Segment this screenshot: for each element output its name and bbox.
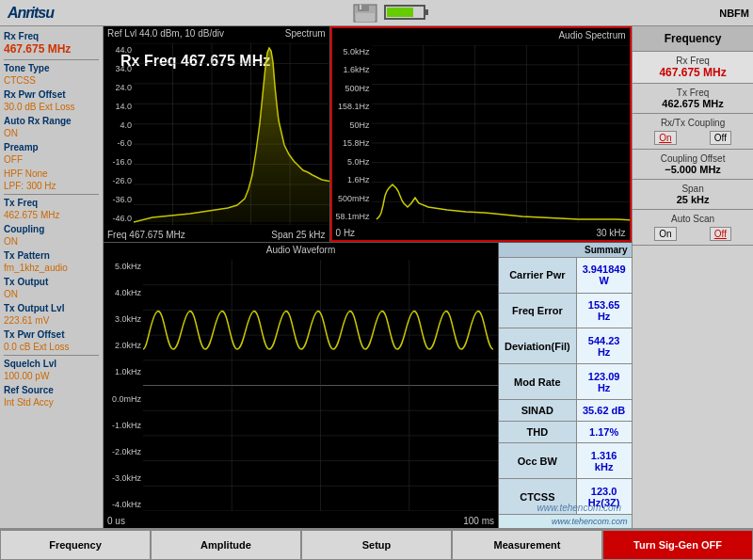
rx-pwr-offset-param: Rx Pwr Offset 30.0 dB Ext Loss: [4, 88, 99, 113]
waveform-x-start: 0 us: [107, 516, 125, 526]
spectrum-title: Spectrum: [285, 28, 326, 39]
table-row: Freq Error 153.65 Hz: [499, 293, 632, 328]
audio-spectrum-y-axis: 5.0kHz 1.6kHz 500Hz 158.1Hz 50Hz 15.8Hz …: [332, 45, 372, 223]
tx-freq-param: Tx Freq 462.675 MHz: [4, 197, 99, 221]
table-row: THD 1.17%: [499, 422, 632, 443]
summary-value-deviation: 544.23 Hz: [576, 328, 631, 364]
spectrum-svg: [134, 43, 329, 225]
right-coupling-offset-label: Coupling Offset: [638, 153, 748, 164]
spectrum-ref-label: Ref Lvl 44.0 dBm, 10 dB/div: [107, 28, 224, 39]
svg-rect-3: [356, 13, 375, 22]
right-tx-freq-value: 462.675 MHz: [638, 98, 748, 109]
tab-amplitude[interactable]: Amplitude: [151, 530, 301, 560]
spectrum-y-axis: 44.0 34.0 24.0 14.0 4.0 -6.0 -16.0 -26.0…: [104, 43, 134, 225]
summary-name-freq-error: Freq Error: [499, 293, 576, 328]
summary-value-occ-bw: 1.316 kHz: [576, 443, 631, 479]
nbfm-label: NBFM: [719, 8, 749, 19]
tone-type-param: Tone Type CTCSS: [4, 62, 99, 87]
right-section-coupling-offset[interactable]: Coupling Offset −5.000 MHz: [633, 150, 753, 180]
right-frequency-title: Frequency: [665, 32, 722, 45]
table-row: Deviation(Fil) 544.23 Hz: [499, 328, 632, 364]
right-section-tx-freq[interactable]: Tx Freq 462.675 MHz: [633, 84, 753, 114]
right-section-rx-freq[interactable]: Rx Freq 467.675 MHz: [633, 52, 753, 84]
summary-value-mod-rate: 123.09 Hz: [576, 364, 631, 400]
top-bar-center: [61, 3, 719, 24]
center-area: Ref Lvl 44.0 dBm, 10 dB/div Spectrum Rx …: [104, 26, 632, 528]
summary-value-sinad: 35.62 dB: [576, 400, 631, 422]
spectrum-chart: Ref Lvl 44.0 dBm, 10 dB/div Spectrum Rx …: [104, 26, 330, 242]
right-coupling-label: Rx/Tx Coupling: [638, 118, 748, 128]
auto-scan-btn-row: On Off: [638, 227, 748, 241]
left-panel: Rx Freq 467.675 MHz Tone Type CTCSS Rx P…: [0, 26, 104, 528]
auto-scan-off-button[interactable]: Off: [710, 227, 731, 241]
save-icon[interactable]: [352, 3, 378, 24]
svg-rect-6: [387, 8, 413, 17]
right-rx-freq-label: Rx Freq: [638, 56, 748, 66]
coupling-on-button[interactable]: On: [654, 131, 676, 145]
waveform-chart: Audio Waveform 5.0kHz 4.0kHz 3.0kHz 2.0k…: [104, 243, 499, 528]
svg-marker-21: [134, 48, 329, 222]
bottom-tabs: Frequency Amplitude Setup Measurement Tu…: [0, 528, 753, 560]
audio-spectrum-chart: Audio Spectrum 5.0kHz 1.6kHz 500Hz 158.1…: [330, 26, 632, 242]
tx-pattern-param: Tx Pattern fm_1khz_audio: [4, 249, 99, 274]
table-row: Occ BW 1.316 kHz: [499, 443, 632, 479]
spectrum-freq-label: Freq 467.675 MHz: [107, 230, 185, 240]
auto-scan-on-button[interactable]: On: [654, 227, 676, 241]
waveform-title: Audio Waveform: [266, 245, 336, 255]
preamp-param: Preamp OFF: [4, 141, 99, 166]
summary-name-carrier-pwr: Carrier Pwr: [499, 258, 576, 293]
waveform-svg: [143, 260, 498, 511]
battery-icon: [384, 3, 429, 22]
summary-name-occ-bw: Occ BW: [499, 443, 576, 479]
summary-value-thd: 1.17%: [576, 422, 631, 443]
audio-spectrum-svg: [372, 45, 630, 223]
audio-x-start: 0 Hz: [336, 228, 356, 238]
coupling-btn-row: On Off: [638, 131, 748, 145]
waveform-x-end: 100 ms: [463, 516, 494, 526]
right-section-span[interactable]: Span 25 kHz: [633, 180, 753, 210]
right-auto-scan-label: Auto Scan: [638, 214, 748, 224]
summary-name-sinad: SINAD: [499, 400, 576, 422]
waveform-y-axis: 5.0kHz 4.0kHz 3.0kHz 2.0kHz 1.0kHz 0.0mH…: [104, 260, 143, 511]
tx-output-param: Tx Output ON: [4, 276, 99, 300]
summary-title: Summary: [499, 243, 632, 258]
tx-pwr-offset-param: Tx Pwr Offset 0.0 cB Ext Loss: [4, 328, 99, 353]
svg-rect-1: [358, 5, 369, 11]
summary-panel: Summary Carrier Pwr 3.941849 W Freq Erro…: [499, 243, 632, 528]
rx-freq-param: Rx Freq 467.675 MHz: [4, 30, 99, 57]
summary-name-thd: THD: [499, 422, 576, 443]
logo: Anritsu: [0, 5, 61, 22]
right-section-rx-tx-coupling: Rx/Tx Coupling On Off: [633, 114, 753, 150]
tab-frequency[interactable]: Frequency: [0, 530, 151, 560]
right-section-frequency-header: Frequency: [633, 26, 753, 52]
auto-rx-range-param: Auto Rx Range ON: [4, 115, 99, 139]
squelch-param: Squelch Lvl 100.00 pW: [4, 358, 99, 382]
svg-rect-5: [425, 9, 428, 15]
spectrum-span-label: Span 25 kHz: [271, 230, 325, 240]
right-coupling-offset-value: −5.000 MHz: [638, 164, 748, 175]
charts-bottom: Audio Waveform 5.0kHz 4.0kHz 3.0kHz 2.0k…: [104, 243, 632, 528]
svg-rect-2: [360, 5, 361, 9]
top-bar: Anritsu NBFM: [0, 0, 753, 26]
right-span-label: Span: [638, 184, 748, 194]
ref-source-param: Ref Source Int Std Accy: [4, 384, 99, 408]
charts-top: Ref Lvl 44.0 dBm, 10 dB/div Spectrum Rx …: [104, 26, 632, 243]
right-panel: Frequency Rx Freq 467.675 MHz Tx Freq 46…: [632, 26, 753, 528]
right-rx-freq-value: 467.675 MHz: [638, 66, 748, 79]
tab-measurement[interactable]: Measurement: [452, 530, 602, 560]
summary-name-deviation: Deviation(Fil): [499, 328, 576, 364]
right-tx-freq-label: Tx Freq: [638, 88, 748, 98]
main-layout: Rx Freq 467.675 MHz Tone Type CTCSS Rx P…: [0, 26, 753, 528]
tx-output-lvl-param: Tx Output Lvl 223.61 mV: [4, 302, 99, 327]
audio-spectrum-title: Audio Spectrum: [558, 30, 625, 40]
watermark: www.tehencom.com: [499, 515, 632, 528]
summary-name-mod-rate: Mod Rate: [499, 364, 576, 400]
tab-setup[interactable]: Setup: [301, 530, 452, 560]
coupling-off-button[interactable]: Off: [710, 131, 731, 145]
summary-value-carrier-pwr: 3.941849 W: [576, 258, 631, 293]
table-row: Mod Rate 123.09 Hz: [499, 364, 632, 400]
table-row: Carrier Pwr 3.941849 W: [499, 258, 632, 293]
coupling-param: Coupling ON: [4, 223, 99, 248]
tab-turn-sig-gen-off[interactable]: Turn Sig-Gen OFF: [602, 530, 753, 560]
right-section-auto-scan: Auto Scan On Off: [633, 210, 753, 246]
